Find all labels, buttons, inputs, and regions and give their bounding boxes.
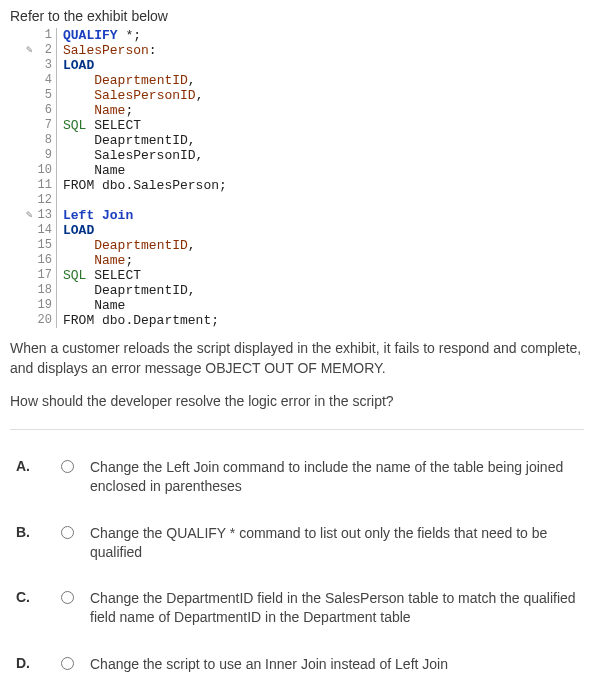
code-line-number: 8	[34, 133, 57, 148]
code-line-content: Name;	[57, 103, 133, 118]
code-line-marker: ✎	[24, 43, 34, 58]
code-line-content: SQL SELECT	[57, 268, 141, 283]
code-line-content: SQL SELECT	[57, 118, 141, 133]
code-line: 1QUALIFY *;	[24, 28, 584, 43]
code-line-number: 18	[34, 283, 57, 298]
question-para-1: When a customer reloads the script displ…	[10, 338, 584, 379]
code-line-content: SalesPersonID,	[57, 88, 203, 103]
code-line-number: 7	[34, 118, 57, 133]
code-line-number: 2	[34, 43, 57, 58]
answer-radio[interactable]	[61, 591, 74, 604]
code-line: 9 SalesPersonID,	[24, 148, 584, 163]
code-line-number: 3	[34, 58, 57, 73]
code-line-number: 12	[34, 193, 57, 208]
code-line-number: 13	[34, 208, 57, 223]
code-line: 11FROM dbo.SalesPerson;	[24, 178, 584, 193]
code-line-content: DeaprtmentID,	[57, 73, 196, 88]
answer-text: Change the DepartmentID field in the Sal…	[84, 575, 584, 641]
code-line-content: FROM dbo.Department;	[57, 313, 219, 328]
answer-list: A.Change the Left Join command to includ…	[10, 444, 584, 688]
code-line: 7SQL SELECT	[24, 118, 584, 133]
answer-label: B.	[10, 510, 50, 576]
code-line: 6 Name;	[24, 103, 584, 118]
code-line: 4 DeaprtmentID,	[24, 73, 584, 88]
answer-radio[interactable]	[61, 460, 74, 473]
code-line: 19 Name	[24, 298, 584, 313]
code-line-number: 15	[34, 238, 57, 253]
code-line-content: LOAD	[57, 58, 94, 73]
code-line-content: Left Join	[57, 208, 133, 223]
code-line: 17SQL SELECT	[24, 268, 584, 283]
code-line-number: 10	[34, 163, 57, 178]
code-line: 16 Name;	[24, 253, 584, 268]
code-line-content: Name	[57, 298, 125, 313]
code-exhibit: 1QUALIFY *;✎2SalesPerson:3LOAD4 Deaprtme…	[24, 28, 584, 328]
code-line-number: 6	[34, 103, 57, 118]
code-line: 8 DeaprtmentID,	[24, 133, 584, 148]
code-line: ✎2SalesPerson:	[24, 43, 584, 58]
code-line-content: FROM dbo.SalesPerson;	[57, 178, 227, 193]
code-line-content: SalesPersonID,	[57, 148, 203, 163]
answer-row: A.Change the Left Join command to includ…	[10, 444, 584, 510]
code-line: 3LOAD	[24, 58, 584, 73]
code-line-content: DeaprtmentID,	[57, 133, 196, 148]
code-line: 18 DeaprtmentID,	[24, 283, 584, 298]
answer-text: Change the QUALIFY * command to list out…	[84, 510, 584, 576]
intro-text: Refer to the exhibit below	[10, 8, 584, 24]
answer-text: Change the Left Join command to include …	[84, 444, 584, 510]
code-line-content: Name	[57, 163, 125, 178]
code-line: 10 Name	[24, 163, 584, 178]
code-line-number: 4	[34, 73, 57, 88]
answer-row: C.Change the DepartmentID field in the S…	[10, 575, 584, 641]
code-line-content: SalesPerson:	[57, 43, 157, 58]
code-line: 5 SalesPersonID,	[24, 88, 584, 103]
code-line-content: Name;	[57, 253, 133, 268]
code-line-number: 17	[34, 268, 57, 283]
question-body: When a customer reloads the script displ…	[10, 338, 584, 411]
answer-label: A.	[10, 444, 50, 510]
code-line-number: 11	[34, 178, 57, 193]
code-line: 20FROM dbo.Department;	[24, 313, 584, 328]
code-line-number: 20	[34, 313, 57, 328]
code-line-number: 9	[34, 148, 57, 163]
code-line-marker: ✎	[24, 208, 34, 223]
answer-row: D.Change the script to use an Inner Join…	[10, 641, 584, 688]
answer-row: B.Change the QUALIFY * command to list o…	[10, 510, 584, 576]
code-line: 12	[24, 193, 584, 208]
answer-text: Change the script to use an Inner Join i…	[84, 641, 584, 688]
code-line-content: DeaprtmentID,	[57, 238, 196, 253]
code-line-content: DeaprtmentID,	[57, 283, 196, 298]
code-line: 15 DeaprtmentID,	[24, 238, 584, 253]
separator	[10, 429, 584, 430]
answer-radio[interactable]	[61, 657, 74, 670]
code-line-content: QUALIFY *;	[57, 28, 141, 43]
answer-radio[interactable]	[61, 526, 74, 539]
code-line-number: 19	[34, 298, 57, 313]
answer-label: D.	[10, 641, 50, 688]
code-line-number: 14	[34, 223, 57, 238]
code-line-number: 5	[34, 88, 57, 103]
code-line-number: 16	[34, 253, 57, 268]
question-para-2: How should the developer resolve the log…	[10, 391, 584, 411]
code-line: ✎13Left Join	[24, 208, 584, 223]
code-line-number: 1	[34, 28, 57, 43]
answer-label: C.	[10, 575, 50, 641]
code-line: 14LOAD	[24, 223, 584, 238]
code-line-content: LOAD	[57, 223, 94, 238]
